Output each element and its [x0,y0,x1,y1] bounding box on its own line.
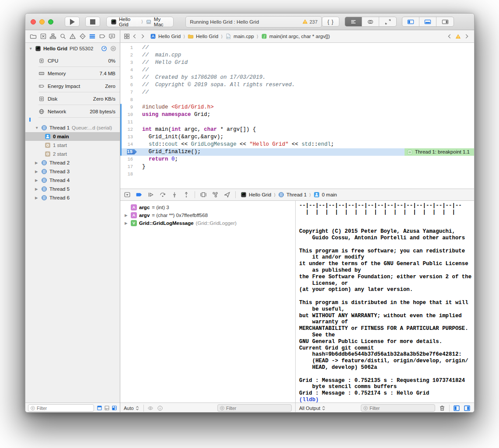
step-into-button[interactable] [171,191,178,198]
navigator-filter-field[interactable] [28,404,94,412]
standard-editor-button[interactable] [345,17,362,26]
quick-look-icon[interactable] [147,405,154,411]
close-window-button[interactable] [31,19,36,24]
console-output-popup[interactable]: All Output [299,406,326,411]
thread-row-2[interactable]: ▶Thread 2 [25,158,120,167]
disclosure-closed-icon[interactable]: ▶ [35,187,39,191]
line-number-gutter[interactable]: 13 [120,133,137,141]
line-number-gutter[interactable]: 18 [120,171,137,178]
code-line[interactable]: 4// [120,66,474,74]
line-number-gutter[interactable]: 5 [120,74,137,81]
code-line[interactable]: 2// main.cpp [120,52,474,59]
thread-row-4[interactable]: ▶Thread 4 [25,176,120,185]
back-button[interactable] [132,33,138,39]
run-button[interactable] [65,17,80,27]
line-number-gutter[interactable]: 12 [120,126,137,133]
test-navigator-tab[interactable] [79,33,86,40]
line-number-gutter[interactable]: 11 [120,119,137,126]
line-number-gutter[interactable]: 14 [120,141,137,148]
debug-crumb-2[interactable]: Thread 1 [278,192,307,198]
line-number-gutter[interactable]: 1 [120,44,137,52]
disclosure-open-icon[interactable]: ▼ [35,126,39,130]
console-filter-field[interactable] [361,404,435,412]
code-line[interactable]: 18 [120,171,474,178]
version-editor-button[interactable] [379,17,396,26]
variables-filter-field[interactable] [217,404,292,412]
code-line[interactable]: 16 return 0; [120,156,474,163]
disclosure-open-icon[interactable]: ▼ [29,46,33,51]
clear-console-button[interactable] [439,405,446,412]
next-issue-button[interactable] [464,33,470,39]
gauge-row-memory[interactable]: Memory7.4 MB [25,67,120,80]
jumpbar-item-4[interactable]: fmain(int argc, char * argv[]) [261,33,330,39]
line-number-gutter[interactable]: 8 [120,96,137,104]
activate-breakpoints-button[interactable] [136,191,143,198]
hide-debug-area-button[interactable] [124,191,131,198]
stop-button[interactable] [85,17,100,27]
console-output[interactable]: --|--|--|--|--|--|--|--|--|--|--|--|--|-… [296,201,474,402]
jumpbar-item-2[interactable]: Hello Grid [188,33,218,39]
source-control-navigator-tab[interactable] [40,33,47,40]
stack-frame-row[interactable]: 1 start [25,141,120,150]
project-navigator-tab[interactable] [30,33,37,40]
variables-filter-input[interactable] [226,406,290,411]
variable-row[interactable]: Aargc= (int) 3 [120,203,295,211]
variable-row[interactable]: ▶Aargv= (char **) 0x7ffeefbff568 [120,211,295,219]
code-line[interactable]: 13 Grid_init(&argc,&argv); [120,133,474,141]
code-line[interactable]: 15 Grid_finalize();Thread 1: breakpoint … [120,148,474,156]
source-editor[interactable]: 1//2// main.cpp3// Hello Grid4//5// Crea… [120,43,474,189]
variables-scope-popup[interactable]: Auto [124,406,140,411]
line-number-gutter[interactable]: 6 [120,81,137,89]
report-navigator-tab[interactable] [108,33,115,40]
thread-row-1[interactable]: ▼Thread 1Queue:...d (serial) [25,123,120,132]
console-filter-input[interactable] [370,406,433,411]
toggle-debug-area-button[interactable] [419,17,436,26]
filter-scope-views-icon[interactable] [112,405,117,411]
instruction-pointer-badge[interactable]: 15 [127,149,137,154]
code-line[interactable]: 17} [120,163,474,171]
line-number-gutter[interactable]: 15 [120,148,137,156]
simulate-location-button[interactable] [223,191,230,198]
line-number-gutter[interactable]: 4 [120,66,137,74]
code-line[interactable]: 12int main(int argc, char * argv[]) { [120,126,474,133]
debug-view-hierarchy-button[interactable] [200,191,207,198]
code-line[interactable]: 9#include <Grid/Grid.h> [120,104,474,111]
code-line[interactable]: 14 std::cout << GridLogMessage << "Hello… [120,141,474,148]
breakpoint-navigator-tab[interactable] [99,33,106,40]
jumpbar-item-1[interactable]: Hello Grid [150,33,181,39]
variable-row[interactable]: ▶VGrid::GridLogMessage(Grid::GridLogger) [120,219,295,227]
process-row[interactable]: ▼ Hello Grid PID 55302 [25,43,120,54]
line-number-gutter[interactable]: 9 [120,104,137,111]
toggle-inspector-button[interactable] [436,17,454,26]
code-line[interactable]: 3// Hello Grid [120,59,474,66]
zoom-window-button[interactable] [48,19,53,24]
variables-view[interactable]: Aargc= (int) 3▶Aargv= (char **) 0x7ffeef… [120,201,296,402]
thread-row-6[interactable]: ▶Thread 6 [25,193,120,202]
filter-scope-crashed-icon[interactable] [104,405,110,411]
line-number-gutter[interactable]: 16 [120,156,137,163]
code-line[interactable]: 10using namespace Grid; [120,111,474,119]
disclosure-closed-icon[interactable]: ▶ [35,178,39,182]
issue-navigator-tab[interactable] [69,33,76,40]
assistant-editor-button[interactable] [362,17,379,26]
stack-frame-row[interactable]: 2 start [25,150,120,158]
code-line[interactable]: 6// Copyright © 2019 sopa. All rights re… [120,81,474,89]
print-description-icon[interactable] [157,405,163,411]
related-items-icon[interactable] [124,33,130,39]
code-line[interactable]: 5// Created by s1786208 on 17/03/2019. [120,74,474,81]
disclosure-closed-icon[interactable]: ▶ [35,161,39,165]
step-over-button[interactable] [159,191,166,198]
code-line[interactable]: 1// [120,44,474,52]
thread-row-5[interactable]: ▶Thread 5 [25,185,120,193]
line-number-gutter[interactable]: 3 [120,59,137,66]
line-number-gutter[interactable]: 10 [120,111,137,119]
code-line[interactable]: 7// [120,89,474,96]
debug-memory-graph-button[interactable] [212,191,219,198]
gauge-row-network[interactable]: Network208 bytes/s [25,105,120,118]
step-out-button[interactable] [183,191,190,198]
forward-button[interactable] [140,33,146,39]
line-number-gutter[interactable]: 17 [120,163,137,171]
activity-viewer[interactable]: Running Hello Grid : Hello Grid 237 [185,16,322,28]
toggle-console-button[interactable] [464,405,471,412]
debug-crumb-3[interactable]: 0 main [314,192,337,198]
